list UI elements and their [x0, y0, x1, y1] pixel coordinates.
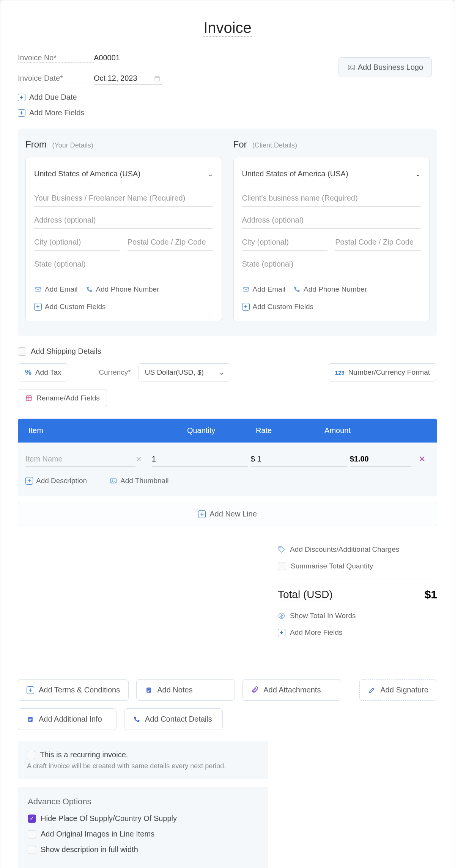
add-more-fields-button[interactable]: + Add More Fields [18, 108, 437, 117]
from-zip-input[interactable] [128, 234, 213, 251]
item-rate-input[interactable] [251, 452, 347, 467]
col-amt-header: Amount [324, 426, 404, 435]
for-address-input[interactable] [242, 212, 421, 229]
items-table-body: ✕ $1.00 ✕ + Add Description Add Thumbnai… [18, 443, 437, 496]
col-item-header: Item [28, 426, 187, 435]
hide-place-checkbox[interactable] [28, 815, 36, 823]
table-icon [25, 394, 33, 402]
summarise-qty-option[interactable]: Summarise Total Quantity [278, 562, 437, 570]
add-notes-button[interactable]: Add Notes [136, 679, 235, 701]
add-logo-button[interactable]: Add Business Logo [338, 57, 432, 77]
for-state-input[interactable] [242, 256, 421, 272]
for-add-phone-button[interactable]: Add Phone Number [293, 285, 367, 294]
for-add-custom-label: Add Custom Fields [253, 303, 314, 311]
number-format-button[interactable]: 123 Number/Currency Format [328, 363, 437, 381]
show-total-words-button[interactable]: Show Total In Words [278, 612, 437, 620]
for-zip-input[interactable] [335, 234, 421, 251]
from-city-input[interactable] [34, 234, 120, 251]
from-add-phone-button[interactable]: Add Phone Number [85, 285, 159, 294]
from-country-select[interactable]: United States of America (USA) ⌄ [34, 167, 213, 183]
add-discounts-button[interactable]: Add Discounts/Additional Charges [278, 545, 437, 554]
chevron-down-icon: ⌄ [415, 170, 421, 178]
svg-point-1 [350, 66, 351, 67]
clear-item-button[interactable]: ✕ [135, 455, 142, 464]
chevron-down-icon: ⌄ [208, 170, 213, 178]
invoice-no-input[interactable] [94, 52, 170, 64]
advance-options-section: Advance Options Hide Place Of Supply/Cou… [18, 787, 268, 868]
total-label: Total (USD) [278, 589, 333, 601]
add-tax-label: Add Tax [35, 368, 61, 377]
for-country-select[interactable]: United States of America (USA) ⌄ [242, 167, 421, 183]
tag-icon [278, 546, 285, 553]
from-add-custom-button[interactable]: + Add Custom Fields [34, 303, 106, 311]
add-due-date-button[interactable]: + Add Due Date [18, 93, 437, 102]
for-title: For [233, 139, 247, 150]
add-attachments-button[interactable]: Add Attachments [242, 679, 341, 701]
for-name-input[interactable] [242, 190, 421, 207]
plus-icon: + [27, 686, 34, 694]
from-name-input[interactable] [34, 190, 213, 207]
svg-point-8 [280, 548, 281, 549]
add-more-fields-label: Add More Fields [29, 108, 85, 117]
for-city-input[interactable] [242, 234, 328, 251]
shipping-checkbox[interactable] [18, 347, 26, 356]
delete-line-button[interactable]: ✕ [414, 454, 430, 464]
original-images-checkbox[interactable] [28, 830, 36, 838]
full-width-desc-checkbox[interactable] [28, 846, 36, 854]
from-add-email-button[interactable]: Add Email [34, 285, 78, 294]
from-address-input[interactable] [34, 212, 213, 229]
add-signature-button[interactable]: Add Signature [359, 679, 437, 701]
summarise-label: Summarise Total Quantity [291, 562, 373, 570]
svg-rect-2 [155, 77, 159, 81]
plus-icon: + [18, 94, 25, 101]
for-add-email-label: Add Email [253, 285, 286, 294]
add-notes-label: Add Notes [157, 686, 192, 694]
hide-place-label: Hide Place Of Supply/Country Of Supply [41, 814, 177, 823]
from-add-phone-label: Add Phone Number [96, 285, 159, 294]
currency-select[interactable]: US Dollar(USD, $) ⌄ [139, 363, 231, 381]
for-add-email-button[interactable]: Add Email [242, 285, 286, 294]
plus-icon: + [198, 510, 206, 518]
add-description-button[interactable]: + Add Description [25, 477, 87, 485]
dollar-circle-icon [278, 612, 285, 620]
plus-icon: + [18, 109, 25, 117]
from-add-email-label: Add Email [45, 285, 78, 294]
summary-add-more-label: Add More Fields [290, 628, 342, 637]
invoice-form: Invoice Add Business Logo Invoice No* In… [0, 0, 455, 868]
invoice-date-input[interactable] [94, 72, 162, 85]
add-logo-label: Add Business Logo [358, 63, 423, 72]
total-value: $1 [425, 588, 437, 601]
add-terms-button[interactable]: + Add Terms & Conditions [18, 679, 129, 701]
from-section: From (Your Details) United States of Ame… [25, 139, 222, 321]
for-add-custom-button[interactable]: + Add Custom Fields [242, 303, 314, 311]
svg-rect-4 [243, 287, 249, 291]
for-section: For (Client Details) United States of Am… [233, 139, 430, 321]
from-state-input[interactable] [34, 256, 213, 272]
summary-section: Add Discounts/Additional Charges Summari… [278, 545, 437, 645]
add-new-line-button[interactable]: + Add New Line [18, 502, 437, 526]
add-thumbnail-button[interactable]: Add Thumbnail [110, 477, 168, 485]
item-name-input[interactable] [25, 452, 135, 467]
recurring-label: This is a recurring invoice. [40, 750, 128, 759]
image-icon [347, 63, 356, 72]
original-images-label: Add Original Images in Line Items [41, 830, 154, 838]
rename-fields-label: Rename/Add Fields [36, 394, 100, 402]
rename-fields-button[interactable]: Rename/Add Fields [18, 389, 107, 407]
phone-icon [85, 286, 93, 293]
currency-label: Currency* [99, 368, 131, 377]
add-contact-label: Add Contact Details [145, 715, 212, 724]
show-total-words-label: Show Total In Words [290, 612, 356, 620]
chevron-down-icon: ⌄ [219, 368, 225, 377]
summarise-checkbox[interactable] [278, 562, 286, 570]
image-icon [110, 477, 117, 485]
add-tax-button[interactable]: % Add Tax [18, 363, 68, 381]
notes-icon [145, 686, 153, 694]
items-table-header: Item Quantity Rate Amount [18, 419, 437, 443]
recurring-checkbox[interactable] [27, 751, 35, 759]
add-contact-details-button[interactable]: Add Contact Details [124, 708, 223, 730]
summary-add-more-button[interactable]: + Add More Fields [278, 628, 437, 637]
add-additional-info-button[interactable]: Add Additional Info [18, 708, 117, 730]
item-qty-input[interactable] [152, 452, 248, 467]
add-terms-label: Add Terms & Conditions [39, 686, 120, 694]
calendar-icon[interactable] [154, 75, 161, 82]
